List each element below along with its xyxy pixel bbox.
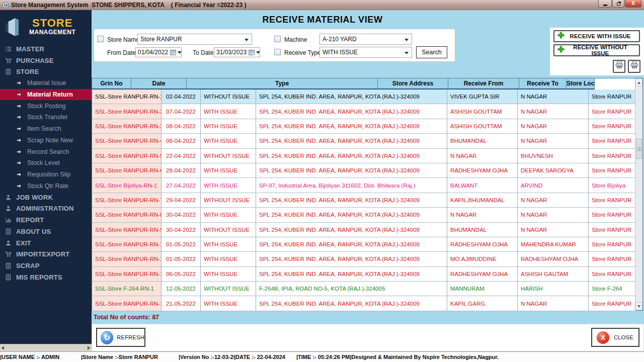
table-row[interactable]: SSL-Store Bijoliya-RN-1 27-04-2022 WITH … bbox=[92, 178, 636, 193]
chevron-down-icon bbox=[405, 52, 409, 54]
table-row[interactable]: SSL-Store RANPUR-RN-8 30-04-2022 WITH IS… bbox=[92, 208, 636, 222]
sidebar-item[interactable]: Stock Level bbox=[0, 157, 92, 169]
search-button[interactable]: Search bbox=[416, 46, 447, 58]
column-header[interactable]: Store Address bbox=[378, 78, 448, 89]
to-date-field[interactable]: 31/03/2023 bbox=[214, 47, 260, 57]
from-date-field[interactable]: 01/04/2022 bbox=[135, 47, 182, 57]
table-row[interactable]: SSL-Store RANPUR-RN-4 08-04-2022 WITH IS… bbox=[92, 134, 636, 148]
table-vertical-scrollbar[interactable] bbox=[635, 78, 642, 310]
restore-button[interactable] bbox=[612, 0, 624, 8]
table-row[interactable]: SSL-Store RANPUR-RN-7 29-04-2022 WITHOUT… bbox=[92, 193, 636, 208]
doc-icon bbox=[4, 68, 12, 75]
table-row[interactable]: SSL-Store RANPUR-RN-12 06-05-2022 WITH I… bbox=[92, 267, 636, 282]
status-segment: |DATE :- 22-04-2024 bbox=[234, 354, 296, 360]
receive-type-label: Receive Type bbox=[284, 49, 321, 56]
table-row[interactable]: SSL-Store RANPUR-RN-10 01-05-2022 WITH I… bbox=[92, 237, 636, 252]
window-title: Store Management System STONE SHIPPERS, … bbox=[11, 2, 246, 9]
sidebar-item[interactable]: Scrap Note New bbox=[0, 135, 92, 146]
status-bar: |USER NAME :- ADMIN|Store Name :-Store R… bbox=[0, 351, 644, 362]
print-button-1[interactable] bbox=[613, 60, 625, 73]
arrow-right-icon bbox=[15, 183, 23, 189]
close-icon: X bbox=[631, 1, 635, 6]
table-body: SSL-Store RANPUR-RN-1 02-04-2022 WITHOUT… bbox=[92, 89, 636, 311]
title-bar: Store Management System STONE SHIPPERS, … bbox=[0, 0, 644, 10]
sidebar-item[interactable]: Material Issue bbox=[0, 77, 92, 89]
table-row[interactable]: SSL-Store RANPUR-RN-3 08-04-2022 WITH IS… bbox=[92, 119, 636, 134]
status-segment: |USER NAME :- ADMIN bbox=[0, 354, 81, 360]
app-logo: STORE MANAGEMENT bbox=[0, 10, 92, 41]
table-row[interactable]: SSL-Store RANPUR-RN-13 21-05-2022 WITH I… bbox=[92, 296, 636, 311]
column-header[interactable]: Receive From bbox=[448, 78, 519, 89]
close-x-icon: X bbox=[597, 331, 609, 344]
logo-title: STORE bbox=[29, 18, 75, 29]
receive-type-checkbox[interactable] bbox=[274, 49, 281, 55]
sidebar-item[interactable]: REPORT bbox=[0, 214, 92, 226]
status-segment: |Designed & Maintained By Nspire Technol… bbox=[350, 354, 499, 360]
sidebar-item[interactable]: Requisition Slip bbox=[0, 169, 92, 180]
scroll-up-icon[interactable] bbox=[635, 78, 642, 86]
refresh-icon: ↻ bbox=[101, 331, 113, 344]
receive-type-select[interactable]: WITH ISSUE bbox=[319, 47, 412, 58]
receive-with-issue-button[interactable]: RECEIVE WITH ISSUE bbox=[553, 30, 640, 42]
table-row[interactable]: SSL-Store RANPUR-RN-9 30-04-2022 WITHOUT… bbox=[92, 223, 636, 237]
sidebar-item[interactable]: Item Search bbox=[0, 123, 92, 135]
chevron-down-icon bbox=[256, 51, 260, 54]
store-name-checkbox[interactable] bbox=[97, 36, 104, 42]
scroll-down-icon[interactable] bbox=[635, 302, 642, 310]
sidebar-item[interactable]: Record Search bbox=[0, 146, 92, 157]
sidebar-item[interactable]: STORE bbox=[0, 66, 92, 77]
table-row[interactable]: SSL-Store RANPUR-RN-2 07-04-2022 WITH IS… bbox=[92, 104, 636, 119]
sidebar-item[interactable]: Stock Transfer bbox=[0, 112, 92, 123]
sidebar-item[interactable]: MASTER bbox=[0, 43, 92, 55]
scroll-left-icon[interactable] bbox=[2, 346, 4, 350]
doc-icon bbox=[4, 262, 12, 269]
refresh-button[interactable]: ↻ REFRESH bbox=[96, 328, 145, 347]
column-header[interactable]: Date bbox=[131, 78, 187, 89]
table-row[interactable]: SSL-Store F-264-RN-1 12-05-2022 WITHOUT … bbox=[92, 282, 636, 296]
chevron-down-icon bbox=[405, 39, 409, 41]
calendar-icon bbox=[170, 49, 176, 55]
minimize-icon bbox=[603, 5, 607, 6]
sidebar: STORE MANAGEMENT MASTER PURCHASE bbox=[0, 10, 92, 344]
column-header[interactable]: Store Loc bbox=[567, 78, 595, 89]
status-segment: |TIME :- 05:24:26 PM bbox=[296, 354, 350, 360]
store-name-select[interactable]: Store RANPUR bbox=[137, 34, 252, 45]
sidebar-item[interactable]: Material Return bbox=[0, 89, 92, 101]
plus-icon bbox=[557, 32, 565, 41]
sidebar-item[interactable]: MIS REPORTS bbox=[0, 272, 92, 283]
sidebar-item[interactable]: PURCHASE bbox=[0, 55, 92, 66]
arrow-right-icon bbox=[15, 114, 23, 120]
sidebar-item[interactable]: ABOUT US bbox=[0, 226, 92, 237]
table-row[interactable]: SSL-Store RANPUR-RN-6 28-04-2022 WITH IS… bbox=[92, 163, 636, 178]
scrollbar-thumb[interactable] bbox=[636, 139, 642, 159]
close-window-button[interactable]: X bbox=[625, 0, 641, 8]
sidebar-item[interactable]: IMPORTEXPORT bbox=[0, 248, 92, 260]
arrow-right-icon bbox=[15, 160, 23, 166]
sidebar-horizontal-scrollbar[interactable] bbox=[0, 344, 92, 351]
close-button[interactable]: X CLOSE bbox=[591, 328, 639, 347]
column-header[interactable]: Type bbox=[187, 78, 378, 89]
column-header[interactable]: Grin No bbox=[92, 78, 131, 89]
table-row[interactable]: SSL-Store RANPUR-RN-1 02-04-2022 WITHOUT… bbox=[92, 89, 636, 104]
table-row[interactable]: SSL-Store RANPUR-RN-11 01-05-2022 WITH I… bbox=[92, 252, 636, 266]
sidebar-item[interactable]: EXIT bbox=[0, 237, 92, 249]
to-date-label: To Date bbox=[193, 49, 213, 56]
table-row[interactable]: SSL-Store RANPUR-RN-5 22-04-2022 WITHOUT… bbox=[92, 149, 636, 163]
bottom-panel: ↻ REFRESH X CLOSE bbox=[92, 324, 644, 351]
sidebar-item[interactable]: Stock Posting bbox=[0, 100, 92, 112]
printer-icon bbox=[630, 61, 639, 72]
sidebar-item[interactable]: Stock Qtr Rate bbox=[0, 180, 92, 192]
sidebar-item[interactable]: SCRAP bbox=[0, 260, 92, 272]
column-header[interactable]: Receive To bbox=[519, 78, 567, 89]
scroll-right-icon[interactable] bbox=[88, 346, 90, 350]
print-button-2[interactable] bbox=[628, 60, 640, 73]
machine-checkbox[interactable] bbox=[274, 36, 281, 42]
receive-without-issue-button[interactable]: RECEIVE WITHOUT ISSUE bbox=[553, 44, 640, 56]
person-icon bbox=[4, 240, 12, 246]
filter-panel: Store Name Store RANPUR From Date 01/04/… bbox=[94, 29, 455, 62]
machine-select[interactable]: A-210 YARD bbox=[319, 34, 412, 45]
minimize-button[interactable] bbox=[598, 0, 612, 8]
person-icon bbox=[4, 205, 12, 212]
sidebar-item[interactable]: ADMINISTRATION bbox=[0, 203, 92, 215]
sidebar-item[interactable]: JOB WORK bbox=[0, 192, 92, 203]
